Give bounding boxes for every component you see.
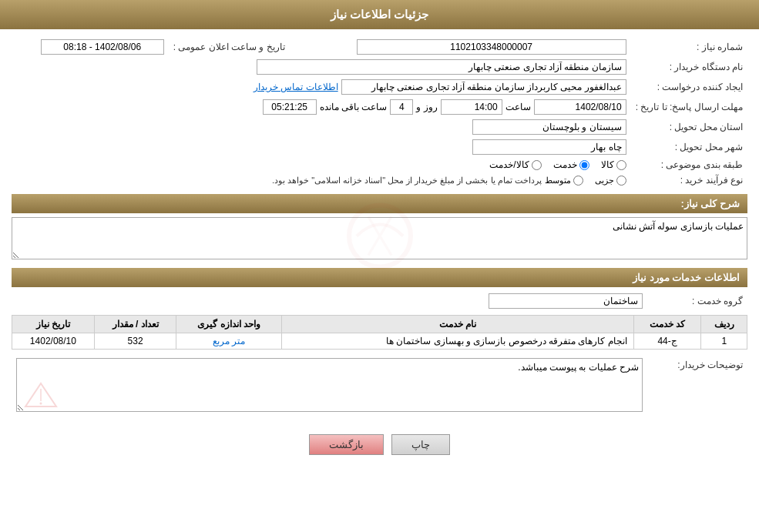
deadline-time-input[interactable] bbox=[441, 99, 502, 115]
city-input[interactable] bbox=[472, 139, 626, 155]
purchase-motavaset-radio[interactable] bbox=[573, 176, 583, 186]
province-input[interactable] bbox=[472, 119, 626, 135]
col-service-name: نام خدمت bbox=[282, 316, 634, 333]
button-area: چاپ بازگشت bbox=[12, 423, 747, 467]
service-group-table: گروه خدمت : bbox=[12, 291, 747, 311]
requester-row: ایجاد کننده درخواست : اطلاعات تماس خریدا… bbox=[12, 77, 747, 97]
province-value bbox=[12, 117, 631, 137]
svg-point-3 bbox=[40, 403, 42, 405]
deadline-row: مهلت ارسال پاسخ: تا تاریخ : ساعت روز و س… bbox=[12, 97, 747, 117]
requester-label: ایجاد کننده درخواست : bbox=[631, 77, 747, 97]
description-section: شرح کلی نیاز: عملیات بازسازی سوله آتش نش… bbox=[12, 194, 747, 262]
deadline-date-input[interactable] bbox=[534, 99, 626, 115]
comments-label: توضیحات خریدار: bbox=[647, 356, 747, 417]
col-unit: واحد اندازه گیری bbox=[176, 316, 282, 333]
category-both-radio[interactable] bbox=[532, 160, 542, 170]
services-title: اطلاعات خدمات مورد نیاز bbox=[633, 272, 740, 283]
city-label: شهر محل تحویل : bbox=[631, 137, 747, 157]
description-header: شرح کلی نیاز: bbox=[12, 194, 747, 213]
need-number-row: شماره نیاز : تاریخ و ساعت اعلان عمومی : bbox=[12, 37, 747, 57]
deadline-time-label: ساعت bbox=[505, 102, 531, 112]
need-number-value bbox=[301, 37, 631, 57]
requester-value: اطلاعات تماس خریدار bbox=[12, 77, 631, 97]
col-date: تاریخ نیاز bbox=[12, 316, 95, 333]
cell-unit: متر مربع bbox=[176, 333, 282, 350]
description-textarea[interactable]: عملیات بازسازی سوله آتش نشانی bbox=[12, 217, 747, 259]
content-area: شماره نیاز : تاریخ و ساعت اعلان عمومی : … bbox=[0, 29, 759, 474]
announce-input[interactable] bbox=[41, 39, 164, 55]
cell-row-num: 1 bbox=[701, 333, 747, 350]
deadline-label: مهلت ارسال پاسخ: تا تاریخ : bbox=[631, 97, 747, 117]
page-title: جزئیات اطلاعات نیاز bbox=[331, 8, 428, 21]
comments-value: شرح عملیات به پیوست میباشد. bbox=[12, 356, 647, 417]
category-khedmat[interactable]: خدمت bbox=[553, 159, 589, 170]
col-service-code: کد خدمت bbox=[633, 316, 701, 333]
print-button[interactable]: چاپ bbox=[391, 434, 450, 455]
back-button[interactable]: بازگشت bbox=[309, 434, 384, 455]
category-label: طبقه بندی موضوعی : bbox=[631, 157, 747, 172]
description-area: عملیات بازسازی سوله آتش نشانی bbox=[12, 217, 747, 262]
page-container: جزئیات اطلاعات نیاز شماره نیاز : تاریخ و… bbox=[0, 0, 759, 532]
category-row: طبقه بندی موضوعی : کالا خدمت bbox=[12, 157, 747, 172]
category-kala[interactable]: کالا bbox=[601, 159, 626, 170]
deadline-days-label: روز و bbox=[416, 102, 437, 112]
cell-date: 1402/08/10 bbox=[12, 333, 95, 350]
category-kala-label: کالا bbox=[601, 159, 614, 170]
table-header-row: ردیف کد خدمت نام خدمت واحد اندازه گیری ت… bbox=[12, 316, 747, 333]
service-group-input[interactable] bbox=[489, 293, 643, 309]
deadline-remaining-value: 05:21:25 bbox=[263, 99, 317, 115]
services-data-table: ردیف کد خدمت نام خدمت واحد اندازه گیری ت… bbox=[12, 315, 747, 350]
category-options: کالا خدمت کالا/خدمت bbox=[12, 157, 631, 172]
service-group-value bbox=[12, 291, 647, 311]
org-row: نام دستگاه خریدار : bbox=[12, 57, 747, 77]
category-kala-khedmat[interactable]: کالا/خدمت bbox=[489, 159, 541, 170]
category-both-label: کالا/خدمت bbox=[489, 159, 529, 170]
comments-textarea[interactable]: شرح عملیات به پیوست میباشد. bbox=[16, 358, 643, 412]
page-header: جزئیات اطلاعات نیاز bbox=[0, 0, 759, 29]
purchase-motavaset[interactable]: متوسط bbox=[545, 176, 583, 186]
announce-label: تاریخ و ساعت اعلان عمومی : bbox=[169, 37, 290, 57]
purchase-motavaset-label: متوسط bbox=[545, 176, 571, 186]
province-row: استان محل تحویل : bbox=[12, 117, 747, 137]
category-kala-radio[interactable] bbox=[616, 160, 626, 170]
info-table: شماره نیاز : تاریخ و ساعت اعلان عمومی : … bbox=[12, 37, 747, 188]
province-label: استان محل تحویل : bbox=[631, 117, 747, 137]
cell-service-code: ج-44 bbox=[633, 333, 701, 350]
table-row: 1 ج-44 انجام کارهای متفرقه درخصوص بازساز… bbox=[12, 333, 747, 350]
deadline-value: ساعت روز و ساعت باقی مانده 05:21:25 bbox=[12, 97, 631, 117]
city-row: شهر محل تحویل : bbox=[12, 137, 747, 157]
purchase-note: پرداخت تمام یا بخشی از مبلغ خریدار از مح… bbox=[272, 176, 542, 186]
deadline-days-input[interactable] bbox=[390, 99, 413, 115]
purchase-jozi-label: جزیی bbox=[595, 176, 614, 186]
org-value bbox=[12, 57, 631, 77]
announce-value bbox=[12, 37, 169, 57]
description-label: شرح کلی نیاز: bbox=[680, 198, 740, 209]
purchase-type-row: نوع فرآیند خرید : جزیی متوسط bbox=[12, 172, 747, 188]
col-quantity: تعداد / مقدار bbox=[94, 316, 176, 333]
org-label: نام دستگاه خریدار : bbox=[631, 57, 747, 77]
cell-quantity: 532 bbox=[94, 333, 176, 350]
contact-link[interactable]: اطلاعات تماس خریدار bbox=[254, 82, 338, 92]
purchase-jozi[interactable]: جزیی bbox=[595, 176, 626, 186]
city-value bbox=[12, 137, 631, 157]
org-input[interactable] bbox=[257, 59, 626, 75]
services-header: اطلاعات خدمات مورد نیاز bbox=[12, 268, 747, 287]
purchase-type-label: نوع فرآیند خرید : bbox=[631, 172, 747, 188]
comments-table: توضیحات خریدار: شرح عملیات به پیوست میبا… bbox=[12, 356, 747, 417]
cell-service-name: انجام کارهای متفرقه درخصوص بازسازی و بهس… bbox=[282, 333, 634, 350]
service-group-row: گروه خدمت : bbox=[12, 291, 747, 311]
comments-row: توضیحات خریدار: شرح عملیات به پیوست میبا… bbox=[12, 356, 747, 417]
need-number-input[interactable] bbox=[357, 39, 626, 55]
col-row-num: ردیف bbox=[701, 316, 747, 333]
services-section: اطلاعات خدمات مورد نیاز گروه خدمت : ردیف… bbox=[12, 268, 747, 350]
requester-input[interactable] bbox=[341, 79, 626, 95]
service-group-label: گروه خدمت : bbox=[647, 291, 747, 311]
category-khedmat-label: خدمت bbox=[553, 159, 577, 170]
need-number-label: شماره نیاز : bbox=[631, 37, 747, 57]
category-khedmat-radio[interactable] bbox=[579, 160, 589, 170]
deadline-remaining-label: ساعت باقی مانده bbox=[320, 102, 388, 112]
purchase-jozi-radio[interactable] bbox=[616, 176, 626, 186]
purchase-type-options: جزیی متوسط پرداخت تمام یا بخشی از مبلغ خ… bbox=[12, 172, 631, 188]
